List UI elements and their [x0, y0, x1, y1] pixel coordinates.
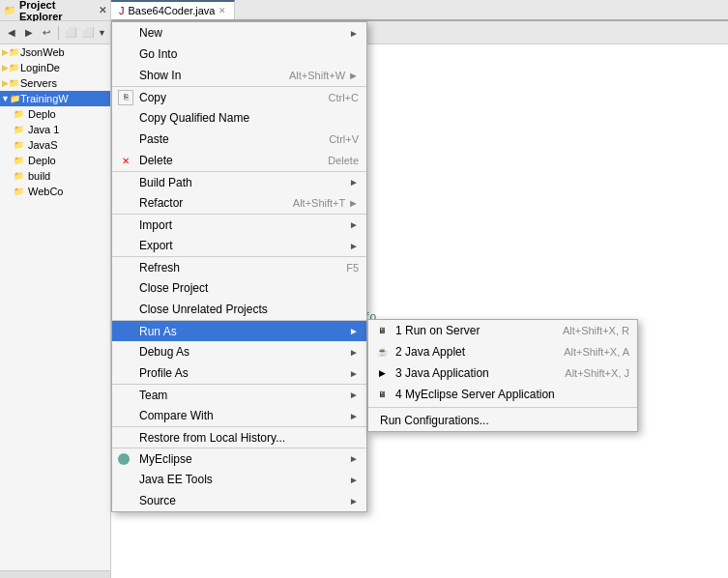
- myeclipse-server-icon: 🖥: [374, 387, 390, 402]
- tree-item-deplo2[interactable]: 📁 Deplo: [0, 153, 110, 168]
- menu-label: Team: [139, 389, 167, 402]
- explorer-toolbar: ◀ ▶ ↩ ⬜ ⬜ ▼: [0, 21, 110, 44]
- submenu-item-myeclipseserver[interactable]: 🖥 4 MyEclipse Server Application: [368, 384, 637, 405]
- context-menu-item-closeproject[interactable]: Close Project: [112, 277, 366, 299]
- shortcut-text: Delete: [308, 155, 359, 166]
- menu-label: Copy: [139, 91, 166, 104]
- arrow-icon: ►: [349, 177, 359, 188]
- menu-label: Go Into: [139, 47, 177, 61]
- menu-label: Import: [139, 218, 172, 232]
- arrow-icon: ►: [349, 453, 359, 464]
- tree-item-loginde[interactable]: ▶📁 LoginDe: [0, 60, 110, 75]
- shortcut-text: Ctrl+V: [309, 133, 359, 145]
- shortcut-text: Alt+Shift+X, A: [554, 346, 629, 358]
- context-menu-item-myeclipse[interactable]: MyEclipse ►: [112, 448, 366, 469]
- folder-icon: 📁: [12, 154, 25, 167]
- context-menu-item-buildpath[interactable]: Build Path ►: [112, 171, 366, 192]
- context-menu-item-paste[interactable]: Paste Ctrl+V: [112, 129, 366, 150]
- delete-icon: ✕: [118, 153, 133, 168]
- submenu-item-runonserver[interactable]: 🖥 1 Run on Server Alt+Shift+X, R: [368, 320, 637, 341]
- submenu-label: 4 MyEclipse Server Application: [395, 388, 555, 401]
- tree-label: JavaS: [28, 139, 58, 151]
- tree-item-jsonweb[interactable]: ▶📁 JsonWeb: [0, 44, 110, 60]
- menu-label: Paste: [139, 132, 169, 146]
- tree-item-java[interactable]: 📁 Java 1: [0, 122, 110, 137]
- context-menu-item-import[interactable]: Import ►: [112, 214, 366, 235]
- folder-icon: 📁: [12, 169, 25, 183]
- back-btn[interactable]: ◀: [4, 24, 19, 42]
- arrow-icon: ►: [349, 496, 359, 506]
- context-menu-item-copy[interactable]: ⎘ Copy Ctrl+C: [112, 86, 366, 107]
- menu-label: New: [139, 26, 162, 40]
- context-menu-item-debugas[interactable]: Debug As ►: [112, 341, 366, 362]
- tree-item-training[interactable]: ▼📁 TrainingW: [0, 91, 110, 106]
- menu-label: Delete: [139, 154, 173, 167]
- submenu-item-javaapplet[interactable]: ☕ 2 Java Applet Alt+Shift+X, A: [368, 341, 637, 362]
- context-menu-item-team[interactable]: Team ►: [112, 384, 366, 405]
- submenu-item-javaapplication[interactable]: ▶ 3 Java Application Alt+Shift+X, J: [368, 362, 637, 384]
- editor-tab-bar: J Base64Coder.java ✕: [111, 0, 728, 21]
- context-menu-item-export[interactable]: Export ►: [112, 235, 366, 256]
- menu-btn[interactable]: ⬜: [80, 24, 96, 42]
- context-menu-item-delete[interactable]: ✕ Delete Delete: [112, 150, 366, 171]
- context-menu-item-copyqualified[interactable]: Copy Qualified Name: [112, 107, 366, 129]
- menu-label: Debug As: [139, 345, 189, 359]
- context-menu-item-javaeetools[interactable]: Java EE Tools ►: [112, 469, 366, 490]
- tree-item-build[interactable]: 📁 build: [0, 168, 110, 184]
- context-menu-item-showin[interactable]: Show In Alt+Shift+W ►: [112, 65, 366, 86]
- context-menu-item-source[interactable]: Source ►: [112, 490, 366, 511]
- arrow-icon: ►: [349, 326, 359, 336]
- tree-item-javas[interactable]: 📁 JavaS: [0, 137, 110, 153]
- menu-label: Compare With: [139, 409, 214, 422]
- code-editor-panel: J Base64Coder.java ✕ ◀ ▶ ↩ ⬜ ⬜ ▼ 101: [111, 0, 728, 578]
- tree-label: JsonWeb: [20, 46, 65, 58]
- editor-tab-base64[interactable]: J Base64Coder.java ✕: [111, 0, 235, 19]
- tab-close-btn[interactable]: ✕: [218, 6, 226, 15]
- menu-label: Show In: [139, 69, 181, 82]
- menu-label: Refactor: [139, 196, 183, 210]
- tree-label: build: [28, 170, 50, 182]
- context-menu-item-refresh[interactable]: Refresh F5: [112, 256, 366, 277]
- submenu-label: Run Configurations...: [380, 414, 489, 427]
- tab-label: Base64Coder.java: [129, 5, 216, 16]
- folder-icon: 📁: [12, 123, 25, 136]
- folder-icon: 📁: [12, 185, 25, 198]
- context-menu-item-gointo[interactable]: Go Into: [112, 43, 366, 65]
- shortcut-text: Alt+Shift+X, R: [553, 325, 629, 336]
- context-menu-item-new[interactable]: New ►: [112, 22, 366, 43]
- tree-label: LoginDe: [20, 62, 60, 73]
- applet-icon: ☕: [374, 344, 390, 360]
- submenu-item-runconfigs[interactable]: Run Configurations...: [368, 410, 637, 431]
- forward-btn[interactable]: ▶: [21, 24, 37, 42]
- tree-item-webco[interactable]: 📁 WebCo: [0, 184, 110, 199]
- context-menu-item-profileas[interactable]: Profile As ►: [112, 362, 366, 384]
- arrow-icon: ►: [349, 219, 359, 230]
- server-icon: 🖥: [374, 323, 390, 338]
- tree-label: Deplo: [28, 108, 56, 120]
- arrow-icon: ►: [349, 411, 359, 421]
- context-menu-item-restorefromlocal[interactable]: Restore from Local History...: [112, 426, 366, 448]
- tree-item-servers[interactable]: ▶📁 Servers: [0, 75, 110, 91]
- panel-title: Project Explorer: [19, 0, 95, 22]
- context-menu-item-runas[interactable]: Run As ►: [112, 320, 366, 341]
- arrow-icon: ►: [349, 390, 359, 400]
- toolbar-sep1: [58, 26, 59, 40]
- context-menu: New ► Go Into Show In Alt+Shift+W ► ⎘ Co…: [111, 21, 367, 512]
- project-tree: ▶📁 JsonWeb ▶📁 LoginDe ▶📁 Servers ▼📁 Trai…: [0, 44, 110, 570]
- menu-label: Run As: [139, 325, 177, 338]
- context-menu-item-refactor[interactable]: Refactor Alt+Shift+T ►: [112, 192, 366, 214]
- left-scrollbar[interactable]: [0, 570, 110, 578]
- folder-icon: 📁: [12, 107, 25, 121]
- menu-label: MyEclipse: [139, 452, 192, 466]
- submenu-label: 2 Java Applet: [395, 345, 465, 359]
- submenu-label: 1 Run on Server: [395, 324, 480, 337]
- context-menu-item-closeunrelated[interactable]: Close Unrelated Projects: [112, 299, 366, 320]
- menu-label: Java EE Tools: [139, 473, 213, 486]
- tree-item-deplo1[interactable]: 📁 Deplo: [0, 106, 110, 122]
- arrow-icon: ►: [349, 475, 359, 485]
- submenu-label: 3 Java Application: [395, 366, 489, 380]
- copy-icon: ⎘: [118, 90, 133, 105]
- refresh-btn[interactable]: ↩: [39, 24, 54, 42]
- collapse-btn[interactable]: ⬜: [63, 24, 78, 42]
- context-menu-item-comparewith[interactable]: Compare With ►: [112, 405, 366, 426]
